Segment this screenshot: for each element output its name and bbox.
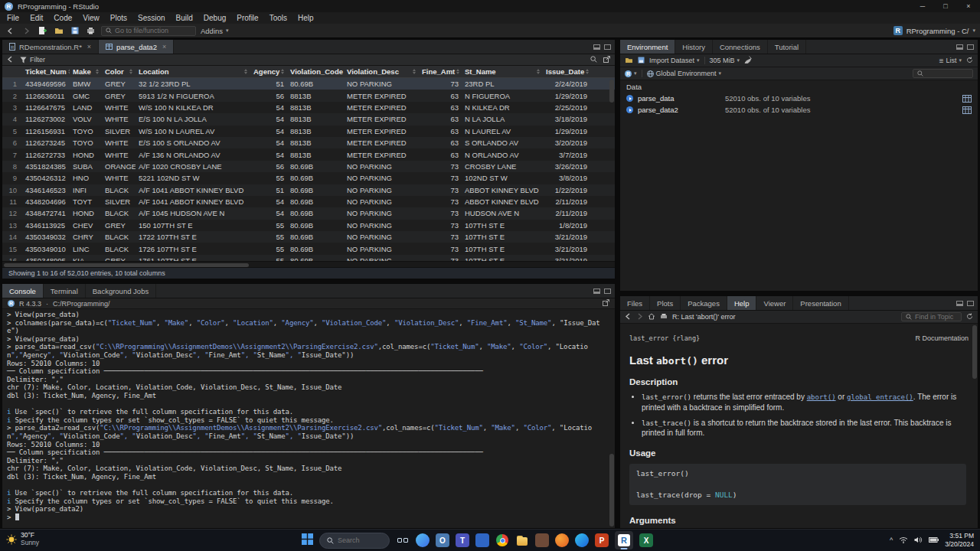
taskbar-clock[interactable]: 3:51 PM 3/20/2024 bbox=[945, 532, 974, 548]
weather-widget[interactable]: 30°FSunny bbox=[6, 532, 39, 547]
view-table-icon[interactable] bbox=[962, 95, 972, 103]
start-button[interactable] bbox=[302, 533, 313, 548]
column-header-color[interactable]: Color bbox=[102, 66, 136, 77]
menu-tools[interactable]: Tools bbox=[264, 14, 292, 22]
table-row[interactable]: 104346146523INFIBLACKA/F 1041 ABBOT KINN… bbox=[2, 184, 615, 196]
find-in-topic-search[interactable] bbox=[901, 312, 962, 321]
console-popout-icon[interactable] bbox=[603, 299, 609, 308]
tab-connections[interactable]: Connections bbox=[713, 40, 768, 54]
view-table-icon[interactable] bbox=[962, 106, 972, 114]
list-view-button[interactable]: ≡ List▾ bbox=[939, 57, 962, 65]
wifi-icon[interactable] bbox=[899, 536, 908, 545]
tab-history[interactable]: History bbox=[675, 40, 713, 54]
help-back-icon[interactable] bbox=[625, 313, 632, 321]
table-row[interactable]: 94350426312HNOWHITE5221 102ND ST W5580.6… bbox=[2, 172, 615, 184]
tab-environment[interactable]: Environment bbox=[620, 40, 675, 54]
table-row[interactable]: 61126273245TOYOWHITEE/S 100 S ORLANDO AV… bbox=[2, 137, 615, 148]
pane-minimize-icon[interactable] bbox=[593, 289, 600, 294]
menu-plots[interactable]: Plots bbox=[105, 14, 132, 22]
column-header-location[interactable]: Location bbox=[136, 66, 250, 77]
photos-icon[interactable] bbox=[475, 533, 489, 547]
goto-file-search[interactable] bbox=[101, 26, 196, 36]
find-in-topic-input[interactable] bbox=[915, 313, 957, 321]
viewer-search-icon[interactable] bbox=[590, 56, 597, 64]
help-vertical-scrollbar[interactable] bbox=[972, 325, 977, 527]
column-header-violation_code[interactable]: Violation_Code bbox=[287, 66, 344, 77]
help-print-icon[interactable] bbox=[660, 313, 668, 321]
back-icon[interactable] bbox=[5, 25, 16, 36]
close-icon[interactable]: × bbox=[87, 43, 91, 51]
table-row[interactable]: 51126156931TOYOSILVERW/S 100 N LAUREL AV… bbox=[2, 126, 615, 137]
close-icon[interactable]: × bbox=[162, 43, 166, 51]
table-vertical-scrollbar[interactable] bbox=[609, 80, 614, 248]
addins-button[interactable]: Addins▾ bbox=[201, 27, 229, 35]
help-refresh-icon[interactable] bbox=[966, 313, 973, 321]
scrollbar-thumb[interactable] bbox=[972, 325, 977, 379]
memory-usage-button[interactable]: 305 MiB▾ bbox=[710, 57, 740, 64]
filter-button[interactable]: Filter bbox=[20, 56, 45, 64]
table-row[interactable]: 21126636011GMCGREY5913 1/2 N FIGUEROA568… bbox=[2, 90, 615, 101]
tab-packages[interactable]: Packages bbox=[681, 296, 727, 310]
scrollbar-thumb[interactable] bbox=[609, 454, 614, 527]
taskbar-search[interactable] bbox=[319, 533, 390, 549]
tab-rdemonstration[interactable]: R RDemonstration.R* × bbox=[2, 40, 99, 54]
rstudio-icon[interactable]: R bbox=[615, 531, 633, 549]
file-explorer-icon[interactable] bbox=[515, 533, 529, 547]
excel-icon[interactable]: X bbox=[639, 533, 653, 547]
menu-session[interactable]: Session bbox=[132, 14, 171, 22]
taskbar-search-input[interactable] bbox=[338, 536, 382, 544]
env-item-parse_data[interactable]: parse_data52010 obs. of 10 variables bbox=[620, 93, 978, 104]
menu-edit[interactable]: Edit bbox=[24, 14, 48, 22]
load-workspace-icon[interactable] bbox=[625, 57, 633, 65]
pane-minimize-icon[interactable] bbox=[956, 301, 963, 306]
goto-file-input[interactable] bbox=[115, 27, 191, 34]
column-header-issue_date[interactable]: Issue_Date bbox=[543, 66, 590, 77]
table-row[interactable]: 144350349032CHRYBLACK1722 107TH ST E5580… bbox=[2, 231, 615, 243]
doc-link[interactable]: global_entrace() bbox=[847, 393, 913, 401]
menu-debug[interactable]: Debug bbox=[198, 14, 231, 22]
column-header-make[interactable]: Make bbox=[70, 66, 102, 77]
horizontal-scrollbar[interactable] bbox=[2, 261, 615, 267]
pane-minimize-icon[interactable] bbox=[956, 44, 963, 50]
copilot-icon[interactable] bbox=[416, 533, 430, 547]
menu-view[interactable]: View bbox=[77, 14, 105, 22]
tab-viewer[interactable]: Viewer bbox=[756, 296, 793, 310]
column-header-agency[interactable]: Agency bbox=[250, 66, 287, 77]
outlook-icon[interactable]: O bbox=[436, 533, 449, 547]
close-button[interactable]: × bbox=[957, 0, 980, 12]
tab-parse-data2[interactable]: parse_data2 × bbox=[99, 40, 174, 54]
chrome-icon[interactable] bbox=[495, 533, 509, 547]
menu-profile[interactable]: Profile bbox=[231, 14, 263, 22]
viewer-back-icon[interactable] bbox=[7, 56, 14, 64]
refresh-icon[interactable] bbox=[966, 57, 973, 65]
print-icon[interactable] bbox=[85, 25, 96, 36]
forward-icon[interactable] bbox=[21, 25, 32, 36]
pane-maximize-icon[interactable] bbox=[967, 301, 974, 306]
tab-plots[interactable]: Plots bbox=[650, 296, 681, 310]
pane-minimize-icon[interactable] bbox=[593, 44, 600, 50]
minimize-button[interactable]: ─ bbox=[911, 0, 934, 12]
save-workspace-icon[interactable] bbox=[638, 57, 645, 65]
doc-link[interactable]: abort() bbox=[807, 393, 836, 401]
menu-file[interactable]: File bbox=[2, 14, 24, 22]
import-dataset-button[interactable]: Import Dataset▾ bbox=[649, 57, 700, 64]
scrollbar-thumb[interactable] bbox=[4, 263, 249, 267]
edge-icon[interactable] bbox=[575, 533, 589, 547]
table-row[interactable]: 154350349010LINCBLACK1726 107TH ST E5580… bbox=[2, 243, 615, 254]
tab-background-jobs[interactable]: Background Jobs bbox=[86, 284, 156, 298]
task-view-icon[interactable] bbox=[396, 533, 410, 547]
language-selector[interactable]: R ▾ bbox=[625, 70, 637, 77]
clear-objects-icon[interactable] bbox=[744, 56, 752, 65]
pane-maximize-icon[interactable] bbox=[604, 289, 611, 294]
save-icon[interactable] bbox=[69, 25, 80, 36]
github-desktop-icon[interactable] bbox=[535, 533, 549, 547]
pane-maximize-icon[interactable] bbox=[604, 44, 611, 50]
home-icon[interactable] bbox=[648, 313, 655, 321]
open-file-icon[interactable] bbox=[53, 25, 64, 36]
column-header-fine_amt[interactable]: Fine_Amt bbox=[419, 66, 462, 77]
teams-icon[interactable]: T bbox=[456, 533, 469, 547]
column-header-violation_desc[interactable]: Violation_Desc bbox=[344, 66, 419, 77]
popout-icon[interactable] bbox=[603, 56, 610, 64]
firefox-icon[interactable] bbox=[555, 533, 569, 547]
table-row[interactable]: 41126273002VOLVWHITEE/S 100 N LA JOLLA54… bbox=[2, 113, 615, 125]
